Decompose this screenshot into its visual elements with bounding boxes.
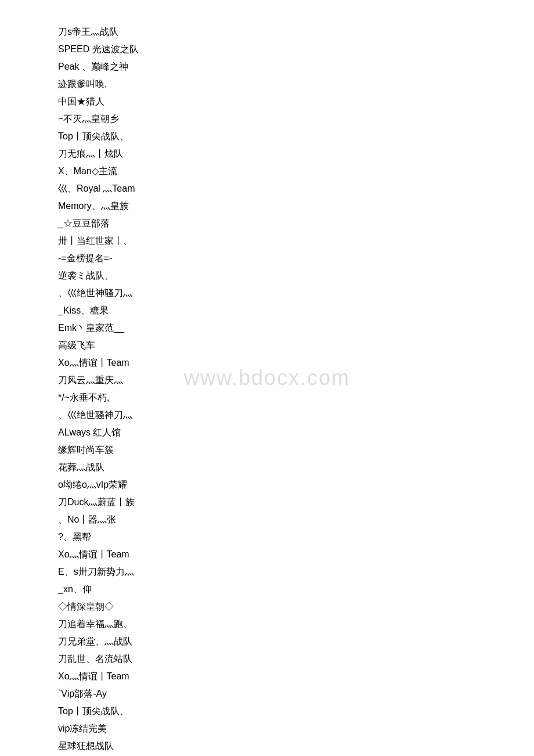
list-item: 刀乱世、名流站队 bbox=[58, 650, 499, 668]
list-item: Memory、灬皇族 bbox=[58, 197, 499, 215]
list-item: ~不灭灬皇朝乡 bbox=[58, 110, 499, 128]
list-item: vip冻结完美 bbox=[58, 720, 499, 737]
list-item: X、Man◇主流 bbox=[58, 163, 499, 180]
list-item: Xo灬情谊丨Team bbox=[58, 668, 499, 685]
list-item: 刀兄弟堂、灬战队 bbox=[58, 633, 499, 650]
list-item: 高级飞车 bbox=[58, 337, 499, 354]
list-item: _Kiss、糖果 bbox=[58, 302, 499, 319]
list-item: `Vip部落-Ay bbox=[58, 685, 499, 703]
list-item: ?、黑帮 bbox=[58, 528, 499, 546]
list-item: Peak 、巅峰之神 bbox=[58, 58, 499, 75]
list-item: 、巛绝世骚神刀灬 bbox=[58, 406, 499, 424]
list-item: 迹跟爹叫唤, bbox=[58, 75, 499, 93]
list-item: 巛、Royal 灬Team bbox=[58, 180, 499, 197]
list-item: Xo灬情谊丨Team bbox=[58, 354, 499, 372]
list-item: Top丨顶尖战队、 bbox=[58, 703, 499, 720]
list-item: ALways 红人馆 bbox=[58, 424, 499, 441]
list-item: 刀风云灬重庆灬 bbox=[58, 372, 499, 389]
list-item: 刀追着幸福灬跑、 bbox=[58, 615, 499, 633]
list-item: 卅丨当红世家丨、 bbox=[58, 232, 499, 250]
list-item: _☆豆豆部落 bbox=[58, 215, 499, 232]
content-list: 刀s帝王灬战队SPEED 光速波之队Peak 、巅峰之神迹跟爹叫唤,中国★猎人~… bbox=[58, 23, 499, 756]
list-item: 刀无痕灬丨炫队 bbox=[58, 145, 499, 163]
list-item: E、s卅刀新势力灬 bbox=[58, 563, 499, 581]
list-item: 星球狂想战队 bbox=[58, 737, 499, 755]
list-item: o坳绻o灬vIp荣耀 bbox=[58, 476, 499, 494]
list-item: Xo灬情谊丨Team bbox=[58, 546, 499, 563]
list-item: ◇情深皇朝◇ bbox=[58, 598, 499, 615]
list-item: Emk丶皇家范__ bbox=[58, 319, 499, 337]
list-item: 缘辉时尚车簇 bbox=[58, 441, 499, 459]
list-item: Top丨顶尖战队、 bbox=[58, 128, 499, 145]
list-item: 刀s帝王灬战队 bbox=[58, 23, 499, 41]
list-item: */~永垂不朽, bbox=[58, 389, 499, 406]
list-item: 逆袭ミ战队、 bbox=[58, 267, 499, 285]
list-item: 花葬灬战队 bbox=[58, 459, 499, 476]
list-item: 、巛绝世神骚刀灬 bbox=[58, 285, 499, 302]
list-item: _xn、仰 bbox=[58, 581, 499, 598]
list-item: SPEED 光速波之队 bbox=[58, 41, 499, 58]
list-item: -=金榜提名=- bbox=[58, 250, 499, 267]
list-item: 中国★猎人 bbox=[58, 93, 499, 110]
list-item: 刀Duck灬蔚蓝丨族 bbox=[58, 494, 499, 511]
list-item: 、No丨器灬张 bbox=[58, 511, 499, 528]
